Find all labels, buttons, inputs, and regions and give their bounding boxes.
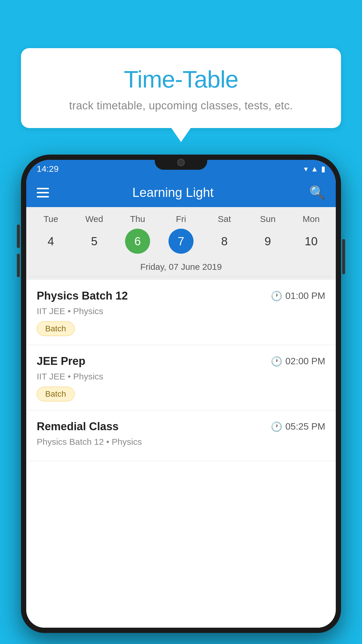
- schedule-item-time-1: 🕐 02:00 PM: [271, 356, 325, 367]
- clock-icon-2: 🕐: [271, 421, 282, 432]
- schedule-item-time-text-1: 02:00 PM: [285, 356, 325, 367]
- phone-screen: 14:29 ▾ ▲ ▮ Learning Light 🔍: [26, 160, 336, 628]
- schedule-item-header-0: Physics Batch 12 🕐 01:00 PM: [37, 290, 325, 302]
- app-bar: Learning Light 🔍: [26, 178, 336, 207]
- batch-badge-1: Batch: [37, 387, 75, 401]
- volume-down-button: [17, 254, 20, 277]
- day-header-fri: Fri: [164, 214, 198, 224]
- phone-notch: [155, 155, 207, 170]
- schedule-item-name-1: JEE Prep: [37, 355, 85, 368]
- schedule-item-1[interactable]: JEE Prep 🕐 02:00 PM IIT JEE • Physics Ba…: [26, 345, 336, 410]
- app-title: Learning Light: [37, 185, 309, 200]
- day-9[interactable]: 9: [255, 229, 280, 254]
- power-button: [342, 239, 345, 274]
- wifi-icon: ▾: [304, 164, 308, 174]
- day-4[interactable]: 4: [38, 229, 63, 254]
- phone-wrapper: 14:29 ▾ ▲ ▮ Learning Light 🔍: [21, 155, 341, 644]
- bubble-title: Time-Table: [33, 66, 329, 93]
- schedule-item-sub-1: IIT JEE • Physics: [37, 372, 325, 382]
- day-header-sat: Sat: [207, 214, 242, 224]
- schedule-item-time-0: 🕐 01:00 PM: [271, 290, 325, 302]
- clock-icon-0: 🕐: [271, 290, 282, 302]
- day-8[interactable]: 8: [212, 229, 237, 254]
- day-headers: Tue Wed Thu Fri Sat Sun Mon: [29, 214, 333, 224]
- search-icon[interactable]: 🔍: [309, 185, 325, 200]
- schedule-item-header-2: Remedial Class 🕐 05:25 PM: [37, 420, 325, 433]
- schedule-item-header-1: JEE Prep 🕐 02:00 PM: [37, 355, 325, 368]
- schedule-item-sub-2: Physics Batch 12 • Physics: [37, 437, 325, 447]
- selected-date-label: Friday, 07 June 2019: [29, 258, 333, 277]
- day-10[interactable]: 10: [298, 229, 324, 254]
- day-header-sun: Sun: [250, 214, 285, 224]
- batch-badge-0: Batch: [37, 321, 75, 336]
- battery-icon: ▮: [321, 164, 325, 174]
- schedule-list: Physics Batch 12 🕐 01:00 PM IIT JEE • Ph…: [26, 280, 336, 628]
- schedule-item-time-text-2: 05:25 PM: [285, 421, 325, 432]
- schedule-item-time-text-0: 01:00 PM: [285, 290, 325, 301]
- schedule-item-name-0: Physics Batch 12: [37, 290, 128, 302]
- bubble-subtitle: track timetable, upcoming classes, tests…: [33, 99, 329, 112]
- schedule-item-sub-0: IIT JEE • Physics: [37, 306, 325, 316]
- day-7-selected[interactable]: 7: [168, 229, 194, 254]
- volume-up-button: [17, 225, 20, 248]
- speech-bubble-card: Time-Table track timetable, upcoming cla…: [21, 48, 341, 128]
- signal-icon: ▲: [311, 164, 318, 174]
- schedule-item-name-2: Remedial Class: [37, 420, 119, 433]
- schedule-item-2[interactable]: Remedial Class 🕐 05:25 PM Physics Batch …: [26, 410, 336, 461]
- calendar-strip: Tue Wed Thu Fri Sat Sun Mon 4 5 6 7 8 9 …: [26, 207, 336, 280]
- day-5[interactable]: 5: [82, 229, 107, 254]
- day-header-mon: Mon: [294, 214, 328, 224]
- day-header-tue: Tue: [33, 214, 68, 224]
- schedule-item-time-2: 🕐 05:25 PM: [271, 421, 325, 432]
- clock-icon-1: 🕐: [271, 356, 282, 367]
- day-6-today[interactable]: 6: [125, 229, 150, 254]
- status-time: 14:29: [37, 164, 59, 174]
- front-camera: [177, 159, 185, 166]
- schedule-item-0[interactable]: Physics Batch 12 🕐 01:00 PM IIT JEE • Ph…: [26, 280, 336, 345]
- phone-body: 14:29 ▾ ▲ ▮ Learning Light 🔍: [21, 155, 341, 633]
- status-icons: ▾ ▲ ▮: [304, 164, 325, 174]
- day-header-wed: Wed: [77, 214, 112, 224]
- day-numbers: 4 5 6 7 8 9 10: [29, 229, 333, 254]
- day-header-thu: Thu: [120, 214, 155, 224]
